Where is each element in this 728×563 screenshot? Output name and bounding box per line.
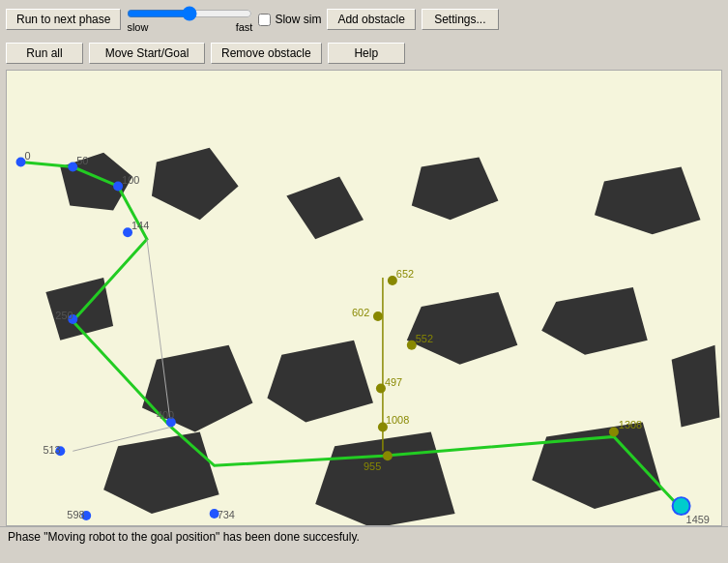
label-598: 598 [67, 509, 84, 520]
simulation-canvas[interactable]: 0 50 100 144 250 513 400 598 734 1008 95… [6, 70, 722, 526]
node-955 [383, 451, 393, 460]
label-400: 400 [157, 409, 174, 421]
label-144: 144 [131, 220, 149, 231]
slow-label: slow [127, 21, 148, 33]
settings-button[interactable]: Settings... [422, 9, 499, 30]
slow-sim-checkbox[interactable] [258, 14, 271, 26]
label-50: 50 [76, 155, 88, 166]
status-bar: Phase "Moving robot to the goal position… [0, 526, 728, 548]
label-1459: 1459 [686, 514, 710, 525]
goal-node [673, 497, 690, 515]
slow-sim-label[interactable]: Slow sim [258, 13, 321, 26]
add-obstacle-button[interactable]: Add obstacle [327, 9, 415, 30]
obstacle [267, 341, 373, 423]
help-button[interactable]: Help [328, 43, 405, 64]
label-602: 602 [352, 307, 369, 318]
speed-group: slow fast [127, 6, 252, 33]
run-all-button[interactable]: Run all [6, 43, 83, 64]
remove-obstacle-button[interactable]: Remove obstacle [211, 43, 322, 64]
node-1308 [609, 427, 619, 436]
obstacle [315, 431, 454, 525]
obstacle [672, 345, 720, 428]
label-1008: 1008 [386, 414, 409, 426]
speed-slider[interactable] [127, 6, 252, 21]
obstacle [541, 287, 648, 355]
run-next-phase-button[interactable]: Run to next phase [6, 9, 121, 30]
label-652: 652 [396, 268, 414, 280]
obstacle [412, 158, 499, 221]
label-497: 497 [385, 376, 402, 388]
node-602 [373, 311, 383, 321]
label-0: 0 [24, 150, 30, 162]
obstacle [152, 148, 239, 221]
obstacle [103, 431, 218, 514]
obstacle [407, 292, 518, 365]
label-250: 250 [55, 310, 73, 321]
obstacle [595, 167, 701, 235]
fast-label: fast [236, 21, 253, 33]
move-start-goal-button[interactable]: Move Start/Goal [89, 43, 205, 64]
label-955: 955 [364, 460, 381, 472]
status-message: Phase "Moving robot to the goal position… [8, 530, 360, 544]
label-1308: 1308 [619, 419, 642, 430]
label-100: 100 [122, 174, 139, 186]
label-734: 734 [218, 509, 235, 520]
label-513: 513 [43, 444, 60, 456]
label-552: 552 [416, 333, 433, 344]
obstacle [286, 177, 364, 240]
